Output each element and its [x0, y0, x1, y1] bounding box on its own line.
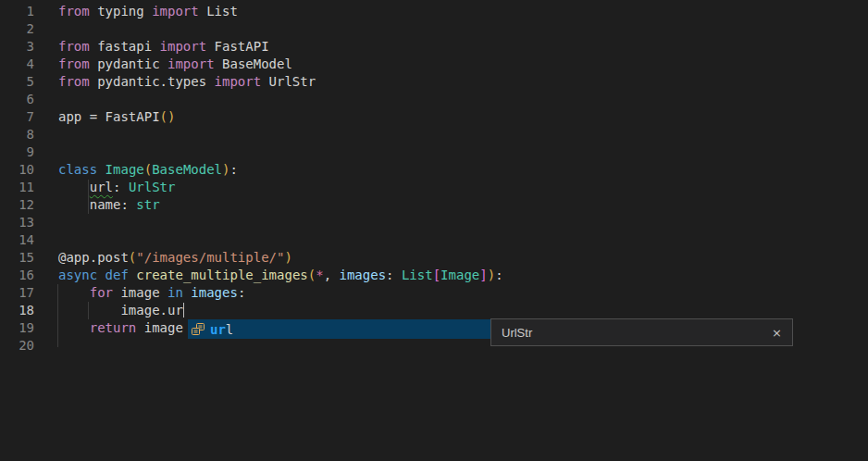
- code-token: typing: [90, 4, 152, 19]
- code-lines: 1from typing import List23from fastapi i…: [0, 3, 868, 355]
- code-token: (: [144, 162, 152, 177]
- code-token: [97, 268, 105, 282]
- code-line-content[interactable]: from pydantic.types import UrlStr: [58, 73, 316, 91]
- text-cursor: [183, 303, 184, 318]
- code-token: List: [402, 268, 433, 282]
- code-line[interactable]: 7app = FastAPI(): [0, 108, 868, 126]
- code-token: class: [58, 162, 97, 177]
- code-token: image.ur: [58, 303, 183, 318]
- code-line[interactable]: 11 url: UrlStr: [0, 179, 868, 196]
- indent-guide: [88, 180, 89, 214]
- code-line[interactable]: 3from fastapi import FastAPI: [0, 38, 868, 56]
- code-token: name:: [58, 197, 136, 212]
- code-token: (): [160, 109, 176, 124]
- code-line-content[interactable]: from pydantic import BaseModel: [58, 56, 292, 73]
- indent-guide: [88, 302, 89, 319]
- line-number: 8: [0, 126, 34, 143]
- code-token: :: [495, 268, 502, 282]
- line-number: 2: [0, 20, 34, 38]
- code-token: BaseModel: [215, 56, 292, 71]
- code-token: BaseModel: [152, 162, 222, 177]
- close-icon[interactable]: ×: [772, 327, 782, 339]
- code-token: [58, 285, 90, 300]
- code-token: :: [229, 162, 237, 177]
- code-line[interactable]: 10class Image(BaseModel):: [0, 161, 868, 179]
- code-line-content[interactable]: @app.post("/images/multiple/"): [58, 249, 292, 267]
- field-icon: [191, 322, 205, 337]
- code-token: import: [152, 4, 199, 19]
- code-token: ,: [324, 268, 340, 282]
- code-token: pydantic.types: [90, 74, 215, 89]
- code-line-content[interactable]: from fastapi import FastAPI: [58, 38, 269, 56]
- code-token: import: [215, 74, 262, 89]
- code-token: import: [167, 56, 215, 71]
- code-line[interactable]: 4from pydantic import BaseModel: [0, 56, 868, 73]
- suggestion-detail-text: UrlStr: [502, 326, 532, 340]
- code-token: @app.post: [58, 250, 129, 265]
- code-line[interactable]: 5from pydantic.types import UrlStr: [0, 73, 868, 91]
- code-token: create_multiple_images: [136, 268, 307, 282]
- code-line-content[interactable]: async def create_multiple_images(*, imag…: [58, 267, 503, 284]
- code-line[interactable]: 12 name: str: [0, 196, 868, 214]
- code-token: app = FastAPI: [58, 109, 160, 124]
- code-token: Image: [105, 162, 144, 177]
- code-token: [58, 180, 90, 194]
- line-number: 15: [0, 249, 34, 267]
- code-line[interactable]: 9: [0, 143, 868, 161]
- code-token: :: [386, 268, 402, 282]
- suggestion-label: url: [210, 322, 233, 337]
- line-number: 12: [0, 196, 34, 214]
- code-line-content[interactable]: name: str: [58, 196, 160, 214]
- code-token: from: [58, 74, 90, 89]
- code-token: [: [433, 268, 440, 282]
- line-number: 5: [0, 73, 34, 91]
- code-token: from: [58, 56, 90, 71]
- line-number: 16: [0, 267, 34, 284]
- code-token: from: [58, 4, 90, 19]
- code-line[interactable]: 6: [0, 91, 868, 108]
- suggestion-item-url[interactable]: url: [188, 319, 490, 339]
- line-number: 18: [0, 302, 34, 319]
- code-token: return: [90, 320, 137, 335]
- code-token: [97, 162, 105, 177]
- line-number: 10: [0, 161, 34, 179]
- code-token: "/images/multiple/": [136, 250, 284, 265]
- code-line[interactable]: 13: [0, 214, 868, 231]
- code-token: Image: [440, 268, 479, 282]
- code-token: from: [58, 39, 90, 54]
- line-number: 19: [0, 319, 34, 337]
- code-line[interactable]: 2: [0, 20, 868, 38]
- code-token: ): [488, 268, 495, 282]
- code-token: UrlStr: [261, 74, 316, 89]
- code-token: *: [316, 268, 323, 282]
- code-token: import: [160, 39, 207, 54]
- code-token: [58, 320, 90, 335]
- code-line-content[interactable]: app = FastAPI(): [58, 108, 175, 126]
- code-line[interactable]: 17 for image in images:: [0, 284, 868, 302]
- line-number: 4: [0, 56, 34, 73]
- code-editor[interactable]: 1from typing import List23from fastapi i…: [0, 0, 868, 461]
- code-token: images: [191, 285, 238, 300]
- line-number: 13: [0, 214, 34, 231]
- code-line-content[interactable]: return image: [58, 319, 183, 337]
- code-line[interactable]: 8: [0, 126, 868, 143]
- code-line[interactable]: 14: [0, 231, 868, 249]
- suggestion-detail-panel: UrlStr ×: [490, 318, 793, 346]
- line-number: 17: [0, 284, 34, 302]
- code-line-content[interactable]: from typing import List: [58, 3, 238, 20]
- code-line[interactable]: 18 image.ur: [0, 302, 868, 319]
- indent-guide: [57, 284, 58, 347]
- code-token: def: [105, 268, 129, 282]
- code-line-content[interactable]: url: UrlStr: [58, 179, 175, 196]
- code-token: UrlStr: [129, 180, 176, 194]
- code-line-content[interactable]: for image in images:: [58, 284, 245, 302]
- code-line[interactable]: 1from typing import List: [0, 3, 868, 20]
- code-line-content[interactable]: class Image(BaseModel):: [58, 161, 238, 179]
- code-token: :: [238, 285, 245, 300]
- code-line[interactable]: 15@app.post("/images/multiple/"): [0, 249, 868, 267]
- code-line[interactable]: 16async def create_multiple_images(*, im…: [0, 267, 868, 284]
- line-number: 20: [0, 337, 34, 355]
- code-token: image: [113, 285, 167, 300]
- code-token: image: [136, 320, 183, 335]
- code-line-content[interactable]: image.ur: [58, 302, 184, 319]
